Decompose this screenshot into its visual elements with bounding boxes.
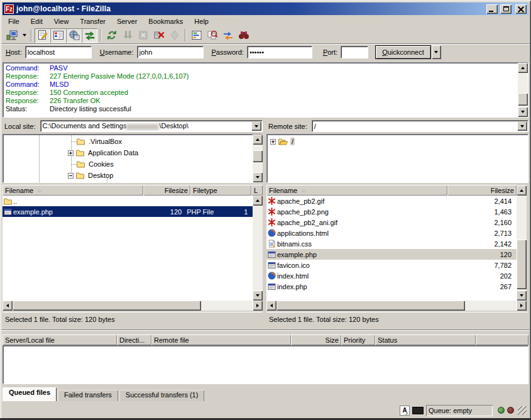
tree-item[interactable]: Desktop bbox=[68, 170, 114, 181]
synchronized-browsing-button[interactable] bbox=[220, 28, 236, 43]
column-header-filesize[interactable]: Filesize bbox=[143, 185, 190, 196]
file-row[interactable]: apache_pb2_ani.gif 2,160 bbox=[266, 217, 517, 228]
compare-directories-button[interactable] bbox=[204, 28, 220, 43]
menu-view[interactable]: View bbox=[48, 16, 75, 26]
remote-file-list[interactable]: apache_pb2.gif 2,414 apache_pb2.png 1,46… bbox=[266, 196, 517, 301]
scroll-down-button[interactable] bbox=[253, 172, 263, 182]
local-file-list[interactable]: .. example.php 120 PHP File 1 bbox=[3, 196, 253, 301]
column-header-filetype[interactable]: Filetype bbox=[190, 185, 251, 196]
local-tree-scrollbar[interactable] bbox=[253, 135, 263, 182]
column-header-remote-file[interactable]: Remote file bbox=[151, 334, 291, 345]
close-button[interactable] bbox=[515, 4, 527, 14]
column-header-filename[interactable]: Filename bbox=[266, 185, 447, 196]
tab-successful-transfers[interactable]: Successful transfers (1) bbox=[119, 390, 205, 401]
tree-expander-plus-icon[interactable] bbox=[68, 150, 74, 156]
host-input[interactable] bbox=[26, 47, 91, 58]
tree-item[interactable]: Cookies bbox=[76, 158, 115, 170]
remote-list-scrollbar[interactable] bbox=[517, 185, 527, 301]
reconnect-button[interactable] bbox=[167, 28, 182, 43]
local-list-scrollbar[interactable] bbox=[253, 196, 263, 301]
tree-item[interactable]: / bbox=[270, 136, 295, 147]
scrollbar-thumb[interactable] bbox=[13, 301, 201, 311]
local-directory-tree[interactable]: .VirtualBox Application Data Cookies Des… bbox=[3, 134, 263, 183]
column-header-priority[interactable]: Priority bbox=[341, 334, 375, 345]
column-header-direction[interactable]: Directi... bbox=[117, 334, 151, 345]
site-manager-dropdown[interactable] bbox=[20, 28, 28, 43]
scrollbar-thumb[interactable] bbox=[518, 93, 528, 106]
scrollbar-thumb[interactable] bbox=[253, 150, 263, 162]
local-list-hscrollbar[interactable] bbox=[3, 301, 263, 311]
menu-transfer[interactable]: Transfer bbox=[74, 16, 111, 26]
tree-item[interactable]: Application Data bbox=[68, 147, 140, 158]
file-row-selected[interactable]: example.php 120 PHP File 1 bbox=[3, 206, 253, 217]
column-header-filename[interactable]: Filename bbox=[3, 185, 143, 196]
file-row[interactable]: apache_pb2.gif 2,414 bbox=[266, 196, 517, 206]
site-manager-button[interactable] bbox=[4, 28, 20, 43]
log-scrollbar[interactable] bbox=[518, 63, 528, 117]
file-row[interactable]: .. bbox=[3, 196, 253, 206]
toggle-message-log-button[interactable] bbox=[35, 28, 50, 43]
filter-button[interactable] bbox=[189, 28, 204, 43]
port-input[interactable] bbox=[341, 47, 368, 58]
remote-directory-tree[interactable]: / bbox=[266, 134, 528, 183]
scroll-right-button[interactable] bbox=[253, 301, 263, 311]
scroll-down-button[interactable] bbox=[253, 290, 263, 301]
file-row[interactable]: applications.html 2,713 bbox=[266, 228, 517, 238]
scroll-up-button[interactable] bbox=[517, 185, 527, 196]
quickconnect-dropdown[interactable] bbox=[432, 45, 441, 59]
tab-queued-files[interactable]: Queued files bbox=[3, 387, 57, 401]
scroll-up-button[interactable] bbox=[518, 63, 528, 73]
scroll-up-button[interactable] bbox=[253, 135, 263, 145]
find-files-button[interactable] bbox=[236, 28, 251, 43]
column-header-last-modified[interactable]: L bbox=[251, 185, 263, 196]
file-row-selected[interactable]: example.php 120 bbox=[266, 249, 517, 260]
scroll-down-button[interactable] bbox=[517, 290, 527, 301]
menu-help[interactable]: Help bbox=[189, 16, 214, 26]
file-row[interactable]: index.html 202 bbox=[266, 270, 517, 281]
scroll-down-button[interactable] bbox=[518, 107, 528, 117]
file-row[interactable]: index.php 267 bbox=[266, 281, 517, 292]
username-input[interactable] bbox=[138, 47, 203, 58]
tree-expander-plus-icon[interactable] bbox=[270, 139, 276, 145]
remote-list-hscrollbar[interactable] bbox=[266, 301, 527, 311]
transfer-type-indicator-icon[interactable]: A bbox=[400, 406, 410, 416]
process-queue-button[interactable] bbox=[119, 28, 135, 43]
speed-limits-indicator-icon[interactable] bbox=[412, 407, 424, 414]
column-header-filesize[interactable]: Filesize bbox=[447, 185, 517, 196]
transfer-queue[interactable] bbox=[3, 345, 528, 384]
remote-root-label[interactable]: / bbox=[290, 138, 295, 145]
menu-bookmarks[interactable]: Bookmarks bbox=[143, 16, 189, 26]
menu-file[interactable]: File bbox=[3, 16, 25, 26]
message-log[interactable]: Command:PASV Response:227 Entering Passi… bbox=[3, 62, 528, 118]
toggle-remote-tree-button[interactable] bbox=[66, 28, 82, 43]
minimize-button[interactable] bbox=[486, 4, 498, 14]
refresh-button[interactable] bbox=[104, 28, 119, 43]
toggle-local-tree-button[interactable] bbox=[50, 28, 66, 43]
cancel-operation-button[interactable] bbox=[135, 28, 151, 43]
scroll-left-button[interactable] bbox=[266, 301, 276, 311]
resize-grip[interactable] bbox=[518, 406, 527, 415]
local-path-combo[interactable]: C:\Documents and Settings\Desktop\ bbox=[40, 120, 263, 132]
column-header-size[interactable]: Size bbox=[291, 334, 341, 345]
local-path-dropdown[interactable] bbox=[251, 121, 261, 131]
scrollbar-thumb[interactable] bbox=[276, 301, 465, 311]
tree-expander-minus-icon[interactable] bbox=[68, 173, 74, 179]
tree-item[interactable]: .VirtualBox bbox=[76, 136, 123, 147]
file-row[interactable]: bitnami.css 2,142 bbox=[266, 238, 517, 249]
tab-failed-transfers[interactable]: Failed transfers bbox=[58, 390, 118, 401]
scroll-right-button[interactable] bbox=[517, 301, 527, 311]
titlebar[interactable]: Fz john@localhost - FileZilla bbox=[3, 3, 528, 15]
password-input[interactable] bbox=[248, 47, 312, 58]
disconnect-button[interactable] bbox=[151, 28, 167, 43]
remote-path-combo[interactable]: / bbox=[312, 120, 528, 132]
menu-edit[interactable]: Edit bbox=[25, 16, 48, 26]
remote-path-dropdown[interactable] bbox=[517, 121, 527, 131]
toggle-transfer-queue-button[interactable] bbox=[82, 28, 97, 43]
file-row[interactable]: apache_pb2.png 1,463 bbox=[266, 206, 517, 217]
menu-server[interactable]: Server bbox=[111, 16, 143, 26]
scroll-up-button[interactable] bbox=[253, 196, 263, 206]
file-row[interactable]: favicon.ico 7,782 bbox=[266, 260, 517, 270]
scrollbar-thumb[interactable] bbox=[517, 240, 527, 289]
column-header-server-local-file[interactable]: Server/Local file bbox=[3, 334, 117, 345]
scroll-left-button[interactable] bbox=[3, 301, 13, 311]
